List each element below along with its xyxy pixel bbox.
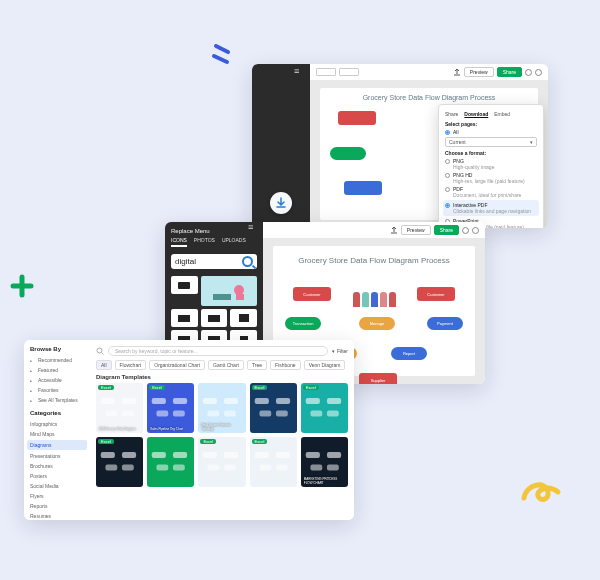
flow-node-transaction[interactable]: Transaction (285, 317, 321, 330)
svg-rect-13 (152, 398, 166, 404)
category-item[interactable]: Mind Maps (30, 429, 84, 439)
export-editor-window: ≡ Preview Share Grocery Store Data Flow … (252, 64, 548, 228)
template-card[interactable]: ExcelSales Pipeline Org Chart (147, 383, 194, 433)
template-card[interactable]: Mind System Network Topology (198, 383, 245, 433)
modal-tab-download[interactable]: Download (464, 111, 488, 117)
template-card[interactable]: Excel (301, 383, 348, 433)
category-item[interactable]: Flyers (30, 491, 84, 501)
flow-node[interactable] (338, 111, 376, 125)
browse-item[interactable]: •Featured (30, 365, 84, 375)
flow-node-customer[interactable]: Customer (417, 287, 455, 301)
svg-rect-35 (157, 465, 169, 471)
browse-item[interactable]: •Accessible (30, 375, 84, 385)
help-icon[interactable] (462, 227, 469, 234)
icon-result[interactable] (201, 276, 257, 306)
category-item[interactable]: Infographics (30, 419, 84, 429)
svg-rect-4 (213, 294, 231, 300)
chip-tree[interactable]: Tree (247, 360, 267, 370)
dashes-decoration (210, 42, 238, 66)
flow-node[interactable] (330, 147, 366, 160)
replace-tab-photos[interactable]: PHOTOS (194, 237, 215, 247)
svg-rect-39 (208, 465, 220, 471)
chip-venn-diagram[interactable]: Venn Diagram (304, 360, 346, 370)
flow-node-supplier[interactable]: Supplier (359, 373, 397, 384)
plus-decoration (8, 272, 36, 300)
browse-item[interactable]: •See All Templates (30, 395, 84, 405)
user-avatar[interactable] (535, 69, 542, 76)
format-option-interactive-pdf[interactable]: Interactive PDFClickable links and page … (443, 200, 539, 216)
help-icon[interactable] (525, 69, 532, 76)
svg-rect-26 (327, 398, 341, 404)
modal-tab-embed[interactable]: Embed (494, 111, 510, 117)
replace-tab-icons[interactable]: ICONS (171, 237, 187, 247)
flow-node-report[interactable]: Report (391, 347, 427, 360)
icon-result[interactable] (171, 276, 198, 294)
modal-tab-share[interactable]: Share (445, 111, 458, 117)
doc-tab[interactable] (316, 68, 336, 76)
modal-tabs: Share Download Embed (445, 111, 537, 117)
svg-rect-14 (173, 398, 187, 404)
svg-rect-48 (327, 465, 339, 471)
preview-button[interactable]: Preview (464, 67, 494, 77)
editor-topbar: Preview Share (310, 64, 548, 80)
hamburger-icon[interactable]: ≡ (248, 226, 253, 229)
browse-item[interactable]: •Recommended (30, 355, 84, 365)
flow-node-manage[interactable]: Manage (359, 317, 395, 330)
hamburger-icon[interactable]: ≡ (294, 70, 299, 73)
chip-gantt-chart[interactable]: Gantt Chart (208, 360, 244, 370)
share-button[interactable]: Share (434, 225, 459, 235)
template-card[interactable]: Excel (96, 437, 143, 487)
category-item[interactable]: Social Media (30, 481, 84, 491)
browse-item[interactable]: •Favorites (30, 385, 84, 395)
category-item[interactable]: Brochures (30, 461, 84, 471)
illustration-group[interactable] (353, 287, 409, 307)
template-card[interactable]: Excel (198, 437, 245, 487)
download-badge-icon[interactable] (270, 192, 292, 214)
preview-button[interactable]: Preview (401, 225, 431, 235)
icon-search-input[interactable]: digital (171, 254, 257, 269)
template-card[interactable] (147, 437, 194, 487)
category-item[interactable]: Reports (30, 501, 84, 511)
template-search-input[interactable]: Search by keyword, topic or feature... (108, 346, 328, 356)
svg-rect-21 (254, 398, 268, 404)
template-card[interactable]: MARKETING PROCESS FLOW CHART (301, 437, 348, 487)
template-card[interactable]: Excel (250, 437, 297, 487)
replace-tabs: ICONS PHOTOS UPLOADS (165, 237, 263, 250)
svg-rect-42 (276, 452, 290, 458)
format-option-pdf[interactable]: PDFDocument, ideal for print/share (445, 186, 537, 198)
chip-fishbone[interactable]: Fishbone (270, 360, 301, 370)
editor-topbar: Preview Share (263, 222, 485, 238)
category-item[interactable]: Presentations (30, 451, 84, 461)
category-item[interactable]: Diagrams (27, 440, 87, 450)
format-option-png-hd[interactable]: PNG HDHigh-res, large file (paid feature… (445, 172, 537, 184)
upload-icon[interactable] (390, 226, 398, 234)
flow-node-customer[interactable]: Customer (293, 287, 331, 301)
chip-all[interactable]: All (96, 360, 112, 370)
template-card[interactable]: Excel (250, 383, 297, 433)
templates-sidebar: Browse By •Recommended•Featured•Accessib… (24, 340, 90, 520)
categories-heading: Categories (30, 410, 84, 416)
flow-node-payment[interactable]: Payment (427, 317, 463, 330)
category-item[interactable]: Posters (30, 471, 84, 481)
svg-rect-18 (224, 398, 238, 404)
browse-heading: Browse By (30, 346, 84, 352)
chip-organizational-chart[interactable]: Organizational Chart (149, 360, 205, 370)
category-item[interactable]: Resumes (30, 511, 84, 520)
page-range-select[interactable]: Current▾ (445, 137, 537, 147)
template-card[interactable]: ExcelB2B Process Flow Diagram (96, 383, 143, 433)
curl-decoration (518, 472, 562, 508)
icon-result[interactable] (230, 309, 257, 327)
upload-icon[interactable] (453, 68, 461, 76)
flow-node[interactable] (344, 181, 382, 195)
all-pages-checkbox[interactable]: All (445, 129, 537, 135)
format-option-png[interactable]: PNGHigh-quality image (445, 158, 537, 170)
filter-button[interactable]: ▾ Filter (332, 348, 348, 354)
icon-result[interactable] (171, 309, 198, 327)
replace-tab-uploads[interactable]: UPLOADS (222, 237, 246, 247)
icon-result[interactable] (201, 309, 228, 327)
chip-flowchart[interactable]: Flowchart (115, 360, 147, 370)
user-avatar[interactable] (472, 227, 479, 234)
doc-tab[interactable] (339, 68, 359, 76)
svg-rect-34 (173, 452, 187, 458)
share-button[interactable]: Share (497, 67, 522, 77)
